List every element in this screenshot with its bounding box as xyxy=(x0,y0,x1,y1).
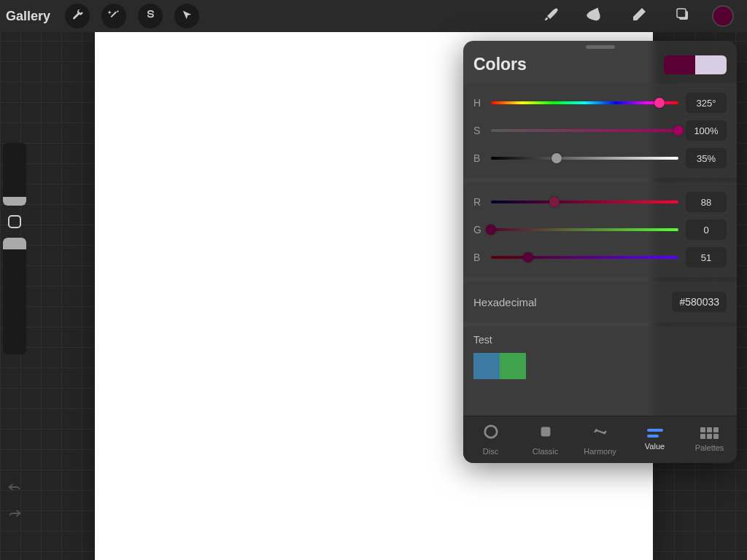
blue-slider[interactable] xyxy=(491,256,678,259)
palette-section: Test xyxy=(463,327,737,416)
brightness-value[interactable]: 35% xyxy=(686,148,727,168)
red-label: R xyxy=(473,196,488,208)
tab-disc-label: Disc xyxy=(483,447,498,456)
smudge-tool[interactable] xyxy=(581,1,610,31)
color-compare-swatches[interactable] xyxy=(664,55,727,74)
tab-palettes-label: Palettes xyxy=(695,443,724,452)
smudge-icon xyxy=(587,6,604,26)
palette-swatch-1[interactable] xyxy=(473,353,500,379)
colors-panel: Colors H 325° S 100% B 35% xyxy=(463,41,737,463)
panel-title: Colors xyxy=(473,55,664,74)
adjustments-button[interactable] xyxy=(101,4,126,28)
saturation-slider[interactable] xyxy=(491,129,678,132)
eraser-tool[interactable] xyxy=(624,1,654,31)
svg-point-5 xyxy=(603,432,605,435)
blue-label: B xyxy=(473,252,488,263)
harmony-icon xyxy=(592,424,608,443)
left-sidebar xyxy=(0,143,29,531)
red-slider[interactable] xyxy=(491,201,678,203)
hue-value[interactable]: 325° xyxy=(686,93,727,113)
red-value[interactable]: 88 xyxy=(686,192,727,212)
tab-value-label: Value xyxy=(645,442,665,451)
eraser-icon xyxy=(630,6,648,26)
saturation-label: S xyxy=(473,125,488,136)
saturation-value[interactable]: 100% xyxy=(686,120,727,141)
tab-harmony[interactable]: Harmony xyxy=(573,416,627,463)
palette-swatch-2[interactable] xyxy=(500,353,526,379)
hex-label: Hexadecimal xyxy=(473,296,672,308)
hue-label: H xyxy=(473,97,488,109)
brightness-slider[interactable] xyxy=(491,157,678,160)
hue-slider[interactable] xyxy=(491,101,678,104)
color-panel-tabs: Disc Classic Harmony Value Palettes xyxy=(463,416,737,463)
tab-harmony-label: Harmony xyxy=(584,447,616,456)
wrench-icon xyxy=(71,9,84,24)
tab-disc[interactable]: Disc xyxy=(463,416,518,463)
selection-s-icon xyxy=(144,9,157,24)
undo-icon xyxy=(7,481,22,496)
selection-button[interactable] xyxy=(138,4,163,28)
brush-tool[interactable] xyxy=(537,1,566,31)
redo-icon xyxy=(7,508,22,522)
brush-opacity-slider[interactable] xyxy=(3,238,26,354)
layers-button[interactable] xyxy=(668,1,697,31)
svg-point-2 xyxy=(484,426,497,438)
svg-point-4 xyxy=(595,429,597,432)
brush-size-slider[interactable] xyxy=(3,143,26,206)
previous-color-swatch[interactable] xyxy=(664,55,695,74)
tab-palettes[interactable]: Palettes xyxy=(682,416,737,463)
brightness-label: B xyxy=(473,152,488,164)
svg-rect-1 xyxy=(677,9,686,18)
tab-value[interactable]: Value xyxy=(627,416,682,463)
panel-drag-handle[interactable] xyxy=(586,45,615,49)
green-value[interactable]: 0 xyxy=(686,219,727,240)
classic-icon xyxy=(538,424,554,443)
blue-value[interactable]: 51 xyxy=(686,247,727,268)
rgb-section: R 88 G 0 B 51 xyxy=(463,182,737,277)
actions-button[interactable] xyxy=(65,4,90,28)
svg-rect-3 xyxy=(541,427,550,437)
palette-name[interactable]: Test xyxy=(473,334,727,346)
tab-classic-label: Classic xyxy=(533,447,558,456)
transform-button[interactable] xyxy=(174,4,199,28)
cursor-arrow-icon xyxy=(181,9,193,24)
hex-input[interactable]: #580033 xyxy=(672,292,727,312)
undo-button[interactable] xyxy=(3,478,26,499)
layers-icon xyxy=(674,6,692,26)
square-icon xyxy=(8,215,21,228)
hex-row: Hexadecimal #580033 xyxy=(463,281,737,322)
modify-button[interactable] xyxy=(3,210,26,233)
top-toolbar: Gallery xyxy=(0,0,747,32)
wand-icon xyxy=(108,9,120,24)
green-slider[interactable] xyxy=(491,228,678,231)
palettes-grid-icon xyxy=(700,427,719,439)
secondary-color-swatch[interactable] xyxy=(695,55,727,74)
active-color-swatch[interactable] xyxy=(712,5,734,27)
brush-icon xyxy=(543,6,560,26)
hsb-section: H 325° S 100% B 35% xyxy=(463,83,737,178)
value-sliders-icon xyxy=(647,429,663,438)
disc-icon xyxy=(483,424,499,443)
tab-classic[interactable]: Classic xyxy=(518,416,573,463)
palette-row xyxy=(473,353,727,379)
redo-button[interactable] xyxy=(3,505,26,525)
gallery-link[interactable]: Gallery xyxy=(6,9,50,24)
